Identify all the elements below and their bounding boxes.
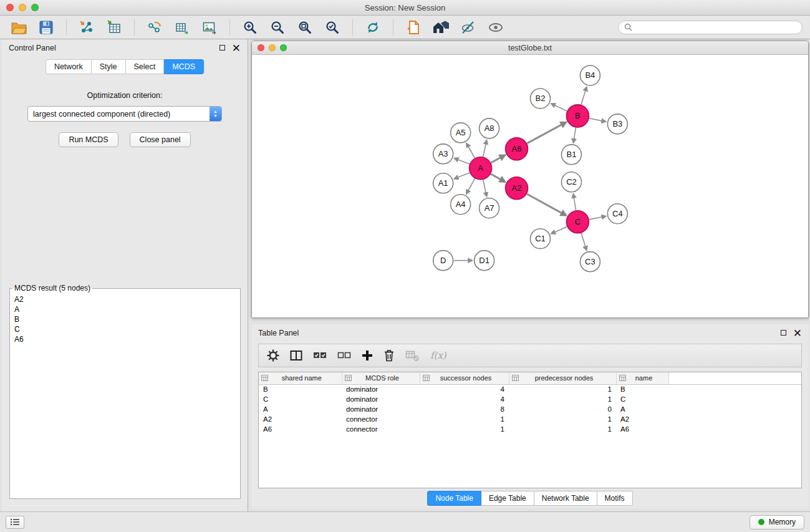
node-B2[interactable]: B2 bbox=[530, 89, 550, 109]
table-row[interactable]: Adominator80A bbox=[259, 404, 801, 414]
network-close-icon[interactable] bbox=[258, 44, 264, 51]
edge-B-B1[interactable] bbox=[574, 128, 576, 142]
table-cell[interactable]: B bbox=[259, 384, 342, 394]
tab-style[interactable]: Style bbox=[92, 59, 126, 74]
minimize-window-icon[interactable] bbox=[19, 4, 26, 11]
zoom-in-button[interactable] bbox=[239, 18, 261, 37]
table-cell[interactable]: A bbox=[259, 404, 342, 414]
tab-select[interactable]: Select bbox=[126, 59, 165, 74]
deselect-all-button[interactable] bbox=[337, 351, 351, 360]
edge-A-A5[interactable] bbox=[466, 143, 475, 158]
node-A2[interactable]: A2 bbox=[506, 177, 528, 200]
mcds-result-item[interactable]: A2 bbox=[14, 294, 236, 304]
search-box[interactable] bbox=[618, 21, 803, 34]
tab-edge-table[interactable]: Edge Table bbox=[481, 491, 534, 506]
settings-button[interactable] bbox=[267, 349, 279, 362]
node-C4[interactable]: C4 bbox=[607, 204, 627, 224]
table-row[interactable]: A2connector11A2 bbox=[259, 414, 801, 424]
edge-C-C1[interactable] bbox=[552, 226, 567, 233]
table-cell[interactable]: 4 bbox=[420, 394, 509, 404]
column-header-mcds-role[interactable]: MCDS role bbox=[342, 372, 420, 384]
node-C3[interactable]: C3 bbox=[580, 252, 600, 272]
columns-button[interactable] bbox=[290, 350, 302, 361]
edge-B-B3[interactable] bbox=[589, 118, 605, 122]
close-table-panel-icon[interactable]: ✕ bbox=[793, 329, 802, 337]
column-header-successor-nodes[interactable]: successor nodes bbox=[420, 372, 509, 384]
table-cell[interactable]: 1 bbox=[420, 424, 509, 434]
node-A[interactable]: A bbox=[470, 157, 492, 180]
node-A1[interactable]: A1 bbox=[433, 173, 453, 193]
edge-A-A2[interactable] bbox=[491, 174, 504, 181]
add-button[interactable] bbox=[362, 350, 373, 361]
import-table-button[interactable] bbox=[103, 18, 125, 37]
column-header-shared-name[interactable]: shared name bbox=[259, 372, 342, 384]
close-window-icon[interactable] bbox=[6, 4, 14, 11]
tab-network[interactable]: Network bbox=[46, 59, 92, 74]
edge-C-C4[interactable] bbox=[589, 216, 605, 220]
table-cell[interactable]: C bbox=[259, 394, 342, 404]
node-C2[interactable]: C2 bbox=[561, 172, 581, 192]
table-row[interactable]: Bdominator41B bbox=[259, 384, 801, 394]
memory-button[interactable]: Memory bbox=[750, 515, 804, 530]
mcds-result-item[interactable]: A6 bbox=[14, 334, 236, 344]
node-C1[interactable]: C1 bbox=[530, 229, 550, 249]
edge-C-C3[interactable] bbox=[581, 233, 586, 250]
close-panel-button[interactable]: Close panel bbox=[130, 132, 191, 147]
edge-A2-C[interactable] bbox=[527, 194, 566, 215]
edge-A-A8[interactable] bbox=[483, 140, 487, 157]
float-panel-icon[interactable] bbox=[219, 45, 225, 51]
mcds-result-item[interactable]: A bbox=[14, 304, 236, 314]
close-panel-icon[interactable]: ✕ bbox=[232, 44, 241, 52]
zoom-out-button[interactable] bbox=[266, 18, 289, 37]
table-cell[interactable]: 1 bbox=[420, 414, 509, 424]
export-network-button[interactable] bbox=[143, 18, 166, 37]
column-header-name[interactable]: name bbox=[616, 372, 668, 384]
table-row[interactable]: A6connector11A6 bbox=[259, 424, 801, 434]
mcds-result-item[interactable]: B bbox=[14, 314, 236, 324]
table-cell[interactable]: connector bbox=[342, 424, 420, 434]
float-table-panel-icon[interactable] bbox=[781, 330, 786, 336]
optimization-criterion-dropdown[interactable]: largest connected component (directed) ▲… bbox=[27, 106, 222, 122]
node-A8[interactable]: A8 bbox=[480, 118, 499, 138]
select-all-button[interactable] bbox=[313, 351, 327, 360]
node-C[interactable]: C bbox=[566, 211, 589, 233]
node-A5[interactable]: A5 bbox=[451, 123, 471, 143]
node-A3[interactable]: A3 bbox=[433, 144, 453, 164]
show-button[interactable] bbox=[485, 18, 507, 37]
zoom-fit-button[interactable] bbox=[294, 18, 316, 37]
panel-menu-button[interactable] bbox=[6, 516, 24, 529]
node-B1[interactable]: B1 bbox=[561, 145, 581, 165]
table-cell[interactable]: 1 bbox=[509, 414, 616, 424]
export-image-button[interactable] bbox=[198, 18, 221, 37]
document-button[interactable] bbox=[402, 18, 425, 37]
mcds-result-item[interactable]: C bbox=[14, 324, 236, 334]
run-mcds-button[interactable]: Run MCDS bbox=[59, 132, 118, 147]
import-network-button[interactable] bbox=[75, 18, 98, 37]
tab-node-table[interactable]: Node Table bbox=[427, 491, 481, 506]
table-cell[interactable]: A6 bbox=[616, 424, 668, 434]
home-button[interactable] bbox=[430, 18, 452, 37]
edge-A6-B[interactable] bbox=[527, 122, 566, 143]
table-cell[interactable]: 1 bbox=[509, 394, 616, 404]
table-cell[interactable]: A bbox=[616, 404, 668, 414]
network-window-titlebar[interactable]: testGlobe.txt bbox=[252, 41, 808, 55]
edge-B-B4[interactable] bbox=[581, 87, 586, 105]
table-cell[interactable]: dominator bbox=[342, 384, 420, 394]
network-minimize-icon[interactable] bbox=[269, 44, 276, 51]
edge-A-A3[interactable] bbox=[455, 158, 470, 164]
edge-C-C2[interactable] bbox=[574, 195, 576, 210]
table-cell[interactable]: connector bbox=[342, 414, 420, 424]
table-cell[interactable]: 8 bbox=[420, 404, 509, 414]
tab-mcds[interactable]: MCDS bbox=[164, 59, 204, 74]
edge-A-A7[interactable] bbox=[483, 180, 487, 196]
open-button[interactable] bbox=[7, 18, 30, 37]
table-cell[interactable]: A2 bbox=[616, 414, 668, 424]
table-cell[interactable]: 1 bbox=[509, 384, 616, 394]
node-A7[interactable]: A7 bbox=[480, 198, 499, 218]
node-B[interactable]: B bbox=[566, 105, 589, 127]
edge-A-A1[interactable] bbox=[455, 173, 470, 178]
tab-network-table[interactable]: Network Table bbox=[534, 491, 597, 506]
edge-A-A4[interactable] bbox=[466, 178, 475, 193]
table-row[interactable]: Cdominator41C bbox=[259, 394, 801, 404]
column-header-predecessor-nodes[interactable]: predecessor nodes bbox=[509, 372, 616, 384]
